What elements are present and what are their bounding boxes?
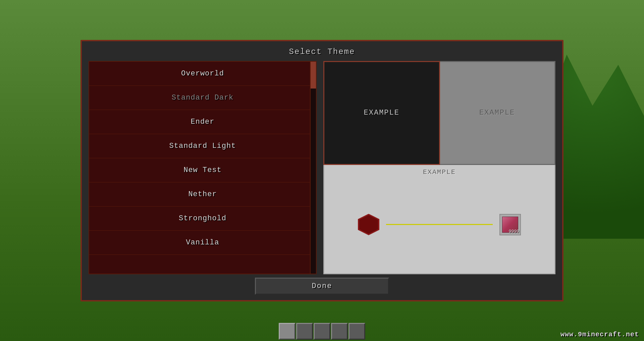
preview-box-gray: EXAMPLE <box>440 61 556 165</box>
list-item-stronghold[interactable]: Stronghold <box>89 207 316 231</box>
list-item-nether[interactable]: Nether <box>89 182 316 207</box>
list-item-overworld[interactable]: Overworld <box>89 62 316 86</box>
dialog-title: Select Theme <box>82 41 562 61</box>
crafting-connection-line <box>386 224 493 225</box>
crafting-result-count: 9999 <box>509 229 519 234</box>
theme-list-panel: Overworld Standard Dark Ender Standard L… <box>89 61 317 274</box>
dialog-overlay: Select Theme Overworld Standard Dark End… <box>0 0 644 341</box>
list-item-vanilla[interactable]: Vanilla <box>89 231 316 255</box>
list-scrollbar[interactable] <box>310 62 316 274</box>
hotbar <box>279 323 365 341</box>
crafting-result-slot: 9999 <box>499 214 521 235</box>
preview-example-gray: EXAMPLE <box>479 109 515 117</box>
list-item-standard-light[interactable]: Standard Light <box>89 134 316 158</box>
preview-top-row: EXAMPLE EXAMPLE <box>323 61 555 165</box>
crafting-source-icon <box>358 214 379 235</box>
preview-bottom-panel: EXAMPLE 9999 <box>323 165 555 274</box>
hotbar-slot-4[interactable] <box>331 323 348 340</box>
dialog-footer: Done <box>82 274 562 300</box>
preview-panel: EXAMPLE EXAMPLE EXAMPLE 9999 <box>323 61 555 274</box>
hotbar-slot-1[interactable] <box>279 323 296 340</box>
scrollbar-thumb[interactable] <box>311 62 316 89</box>
done-button[interactable]: Done <box>255 278 389 295</box>
hotbar-slot-5[interactable] <box>348 323 365 340</box>
hotbar-slot-3[interactable] <box>314 323 330 340</box>
preview-example-light: EXAMPLE <box>331 168 548 176</box>
dialog-content: Overworld Standard Dark Ender Standard L… <box>82 61 562 274</box>
list-item-ender[interactable]: Ender <box>89 110 316 134</box>
hotbar-slot-2[interactable] <box>296 323 313 340</box>
crafting-preview: 9999 <box>331 179 548 270</box>
list-item-standard-dark[interactable]: Standard Dark <box>89 86 316 110</box>
watermark: www.9minecraft.net <box>560 331 639 338</box>
preview-example-dark: EXAMPLE <box>364 109 399 117</box>
preview-box-dark: EXAMPLE <box>323 61 440 165</box>
theme-dialog: Select Theme Overworld Standard Dark End… <box>80 40 564 301</box>
list-item-new-test[interactable]: New Test <box>89 158 316 182</box>
